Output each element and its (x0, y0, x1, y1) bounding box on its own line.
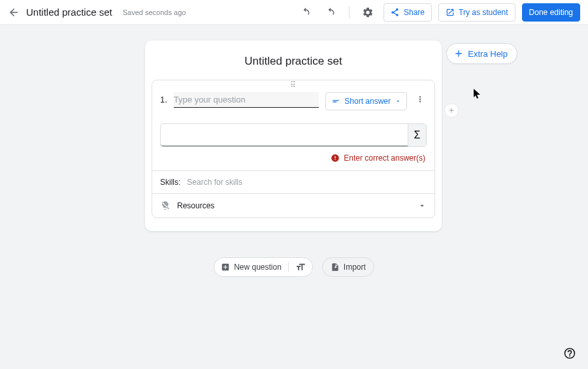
bottom-toolbar: New question Import (0, 257, 588, 277)
skills-row: Skills: (152, 170, 434, 193)
error-icon (331, 153, 340, 163)
plus-icon (453, 48, 464, 59)
back-button[interactable] (8, 7, 20, 18)
separator (288, 262, 289, 272)
share-button[interactable]: Share (384, 3, 432, 22)
question-input[interactable] (174, 92, 319, 108)
share-icon (391, 8, 400, 17)
extra-help-button[interactable]: Extra Help (446, 43, 517, 64)
done-editing-button[interactable]: Done editing (522, 3, 580, 22)
help-icon (563, 347, 576, 360)
undo-icon (301, 7, 311, 18)
share-label: Share (404, 8, 425, 17)
add-box-icon (221, 263, 230, 272)
question-type-label: Short answer (344, 97, 391, 106)
page-title: Untitled practice set (26, 7, 112, 18)
mouse-cursor-icon (474, 89, 482, 99)
drag-handle[interactable]: ⠿ (152, 80, 434, 89)
done-label: Done editing (529, 8, 573, 17)
practice-set-card: Untitled practice set ⠿ 1. Short answer (145, 40, 442, 231)
save-status: Saved seconds ago (123, 8, 186, 16)
add-question-fab[interactable] (444, 103, 459, 118)
answer-input[interactable]: Σ (160, 123, 427, 147)
editor-stage: Extra Help Untitled practice set ⠿ 1. Sh… (0, 25, 588, 369)
file-import-icon (331, 263, 340, 272)
practice-set-title: Untitled practice set (145, 55, 442, 68)
question-more-button[interactable] (414, 92, 427, 104)
short-text-icon (331, 97, 340, 106)
sigma-icon: Σ (414, 129, 421, 141)
import-button[interactable]: Import (322, 257, 374, 277)
import-label: Import (344, 263, 366, 272)
plus-icon (448, 106, 455, 114)
question-type-select[interactable]: Short answer (325, 92, 407, 110)
lightbulb-off-icon (160, 201, 171, 211)
redo-button[interactable] (321, 3, 340, 22)
skills-label: Skills: (160, 178, 180, 187)
resources-toggle[interactable]: Resources (152, 193, 434, 217)
chevron-down-icon (395, 98, 401, 104)
redo-icon (325, 7, 336, 18)
try-as-student-button[interactable]: Try as student (438, 3, 515, 22)
equation-button[interactable]: Σ (408, 124, 426, 146)
open-in-new-icon (446, 8, 455, 17)
new-question-button[interactable]: New question (221, 263, 282, 272)
text-block-button[interactable] (295, 262, 306, 272)
top-bar: Untitled practice set Saved seconds ago … (0, 0, 588, 25)
try-label: Try as student (459, 8, 508, 17)
text-format-icon (295, 262, 306, 272)
separator (349, 6, 350, 19)
undo-button[interactable] (297, 3, 315, 22)
more-vert-icon (416, 95, 425, 104)
drag-icon: ⠿ (290, 80, 297, 89)
question-number: 1. (160, 92, 167, 104)
extra-help-label: Extra Help (468, 49, 508, 59)
help-button[interactable] (562, 345, 578, 361)
answer-error: Enter correct answer(s) (152, 151, 434, 170)
new-question-label: New question (234, 263, 282, 272)
answer-error-text: Enter correct answer(s) (344, 153, 425, 163)
question-card: ⠿ 1. Short answer (152, 80, 435, 218)
new-question-chip-group: New question (214, 257, 313, 277)
skills-search-input[interactable] (187, 178, 427, 187)
resources-label: Resources (177, 201, 411, 210)
chevron-down-icon (417, 201, 427, 210)
arrow-left-icon (8, 7, 20, 18)
settings-button[interactable] (359, 3, 377, 22)
gear-icon (362, 7, 374, 18)
